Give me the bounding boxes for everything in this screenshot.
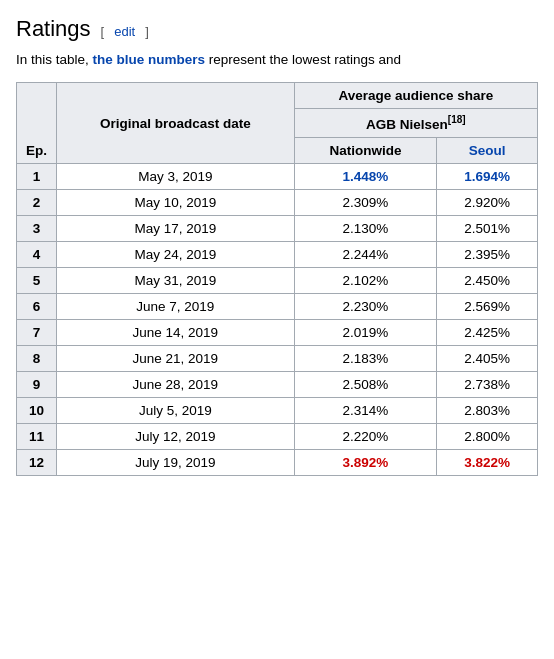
table-row-seoul: 3.822% xyxy=(437,449,538,475)
table-row-seoul: 2.425% xyxy=(437,319,538,345)
table-row-seoul: 2.569% xyxy=(437,293,538,319)
intro-paragraph: In this table, the blue numbers represen… xyxy=(16,50,538,70)
edit-link[interactable]: edit xyxy=(114,24,135,39)
table-row-seoul: 2.738% xyxy=(437,371,538,397)
table-row-date: May 3, 2019 xyxy=(57,163,295,189)
table-row-date: June 14, 2019 xyxy=(57,319,295,345)
avg-audience-header: Average audience share xyxy=(294,83,537,109)
table-row-nationwide: 2.314% xyxy=(294,397,437,423)
title-text: Ratings xyxy=(16,16,91,42)
table-row-ep: 2 xyxy=(17,189,57,215)
table-row-seoul: 2.800% xyxy=(437,423,538,449)
intro-suffix: represent the lowest ratings and xyxy=(205,52,401,67)
table-row-seoul: 2.501% xyxy=(437,215,538,241)
agb-nielsen-header: AGB Nielsen[18] xyxy=(294,109,537,138)
table-row-nationwide: 3.892% xyxy=(294,449,437,475)
table-row-nationwide: 2.102% xyxy=(294,267,437,293)
table-row-ep: 8 xyxy=(17,345,57,371)
table-row-ep: 11 xyxy=(17,423,57,449)
table-row-date: May 31, 2019 xyxy=(57,267,295,293)
table-row-date: May 10, 2019 xyxy=(57,189,295,215)
intro-highlight: the blue numbers xyxy=(93,52,206,67)
broadcast-date-header: Original broadcast date xyxy=(57,83,295,164)
table-row-ep: 3 xyxy=(17,215,57,241)
table-row-nationwide: 2.183% xyxy=(294,345,437,371)
table-row-nationwide: 2.508% xyxy=(294,371,437,397)
table-row-date: May 24, 2019 xyxy=(57,241,295,267)
table-row-date: June 21, 2019 xyxy=(57,345,295,371)
table-row-nationwide: 2.130% xyxy=(294,215,437,241)
table-row-ep: 5 xyxy=(17,267,57,293)
table-row-ep: 7 xyxy=(17,319,57,345)
seoul-header: Seoul xyxy=(437,137,538,163)
table-row-nationwide: 2.244% xyxy=(294,241,437,267)
ep-header: Ep. xyxy=(17,83,57,164)
page-title: Ratings [edit] xyxy=(16,16,538,42)
table-row-date: June 7, 2019 xyxy=(57,293,295,319)
table-row-date: July 19, 2019 xyxy=(57,449,295,475)
table-row-ep: 12 xyxy=(17,449,57,475)
table-row-nationwide: 1.448% xyxy=(294,163,437,189)
table-row-seoul: 1.694% xyxy=(437,163,538,189)
table-row-date: June 28, 2019 xyxy=(57,371,295,397)
intro-prefix: In this table, xyxy=(16,52,93,67)
table-row-nationwide: 2.230% xyxy=(294,293,437,319)
table-row-date: July 12, 2019 xyxy=(57,423,295,449)
table-row-seoul: 2.405% xyxy=(437,345,538,371)
table-row-nationwide: 2.019% xyxy=(294,319,437,345)
table-row-date: May 17, 2019 xyxy=(57,215,295,241)
table-row-nationwide: 2.220% xyxy=(294,423,437,449)
table-row-ep: 1 xyxy=(17,163,57,189)
table-row-seoul: 2.803% xyxy=(437,397,538,423)
table-row-date: July 5, 2019 xyxy=(57,397,295,423)
table-row-seoul: 2.450% xyxy=(437,267,538,293)
ratings-table: Ep. Original broadcast date Average audi… xyxy=(16,82,538,476)
table-row-seoul: 2.395% xyxy=(437,241,538,267)
table-row-ep: 6 xyxy=(17,293,57,319)
nationwide-header: Nationwide xyxy=(294,137,437,163)
table-row-seoul: 2.920% xyxy=(437,189,538,215)
table-row-ep: 9 xyxy=(17,371,57,397)
table-row-nationwide: 2.309% xyxy=(294,189,437,215)
table-row-ep: 4 xyxy=(17,241,57,267)
table-row-ep: 10 xyxy=(17,397,57,423)
